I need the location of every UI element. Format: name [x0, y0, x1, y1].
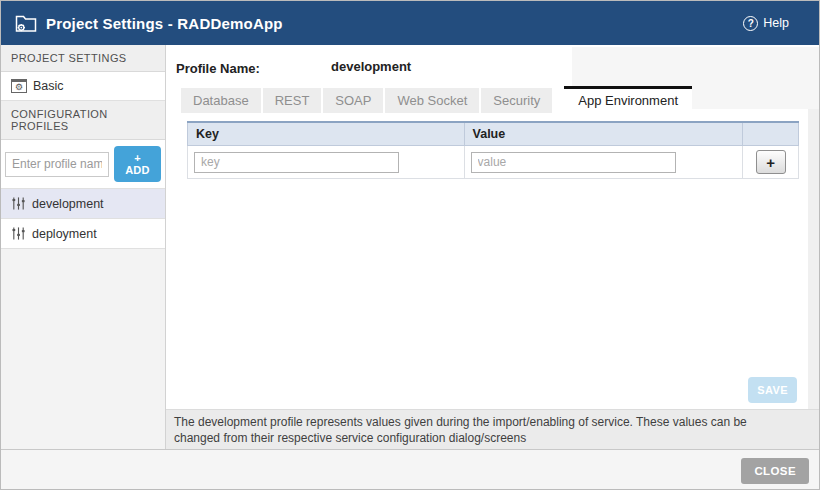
dialog-title: Project Settings - RADDemoApp	[46, 15, 283, 32]
key-input[interactable]	[194, 152, 399, 173]
profile-name-value: development	[331, 59, 411, 74]
table-row: +	[188, 146, 799, 179]
tab-web-socket[interactable]: Web Socket	[385, 88, 479, 113]
sidebar-section-project-settings: PROJECT SETTINGS	[1, 45, 165, 72]
value-column-header: Value	[464, 122, 743, 146]
tab-database[interactable]: Database	[181, 88, 261, 113]
add-row-button[interactable]: +	[756, 150, 786, 174]
project-settings-icon	[15, 14, 37, 33]
add-profile-button[interactable]: + ADD	[114, 146, 161, 182]
main-panel: Profile Name: development Database REST …	[166, 45, 819, 449]
sidebar-filler	[1, 249, 165, 449]
sidebar-item-basic[interactable]: ⚙ Basic	[1, 72, 165, 101]
scroll-track[interactable]	[808, 109, 819, 409]
help-button[interactable]: ? Help	[743, 1, 789, 45]
profile-note: The development profile represents value…	[166, 409, 819, 449]
sidebar-item-label: Basic	[33, 79, 64, 93]
value-input[interactable]	[471, 152, 676, 173]
profile-name-row: Profile Name: development	[176, 59, 260, 79]
settings-tabs: Database REST SOAP Web Socket Security A…	[181, 86, 692, 113]
dialog-body: PROJECT SETTINGS ⚙ Basic CONFIGURATION P…	[1, 45, 819, 449]
dialog-footer: CLOSE	[1, 449, 819, 490]
close-button[interactable]: CLOSE	[741, 458, 809, 484]
app-environment-table: Key Value +	[187, 121, 799, 179]
sidebar-section-configuration-profiles: CONFIGURATION PROFILES	[1, 101, 165, 140]
sidebar-profile-deployment[interactable]: deployment	[1, 219, 165, 249]
project-settings-dialog: Project Settings - RADDemoApp ? Help PRO…	[0, 0, 820, 490]
save-button[interactable]: SAVE	[748, 377, 797, 403]
profile-item-label: development	[32, 197, 104, 211]
action-column-header	[743, 122, 799, 146]
help-label: Help	[763, 16, 789, 30]
tab-app-environment[interactable]: App Environment	[564, 86, 692, 113]
sidebar: PROJECT SETTINGS ⚙ Basic CONFIGURATION P…	[1, 45, 166, 449]
basic-settings-icon: ⚙	[11, 79, 27, 93]
add-profile-row: + ADD	[1, 140, 165, 189]
sidebar-profile-development[interactable]: development	[1, 189, 165, 219]
help-icon: ?	[743, 16, 758, 31]
titlebar: Project Settings - RADDemoApp ? Help	[1, 1, 819, 45]
sliders-icon	[11, 226, 26, 241]
tab-soap[interactable]: SOAP	[323, 88, 383, 113]
profile-name-input[interactable]	[5, 152, 109, 177]
table-header-row: Key Value	[188, 122, 799, 146]
tab-rest[interactable]: REST	[263, 88, 322, 113]
key-column-header: Key	[188, 122, 465, 146]
tab-security[interactable]: Security	[481, 88, 552, 113]
sliders-icon	[11, 196, 26, 211]
profile-item-label: deployment	[32, 227, 97, 241]
profile-name-label: Profile Name:	[176, 61, 260, 76]
